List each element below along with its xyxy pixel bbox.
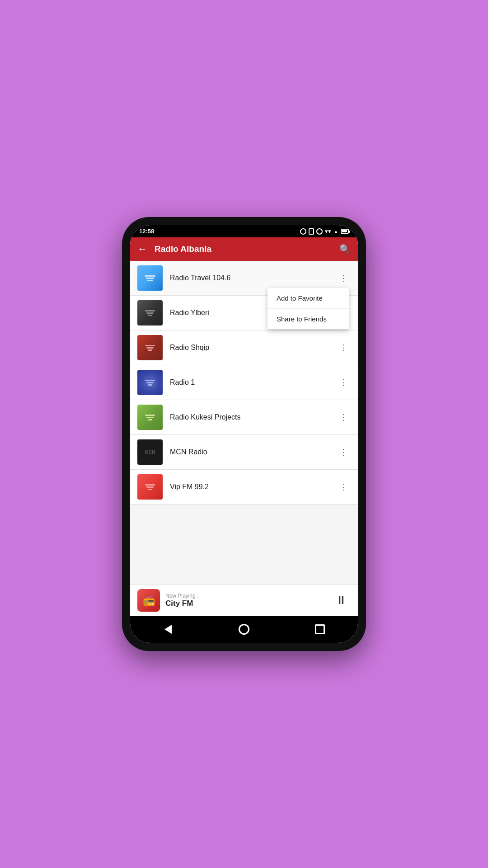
- station-name: MCN Radio: [170, 448, 336, 456]
- notification-icon: [300, 228, 306, 235]
- signal-icon: ▲: [333, 229, 338, 234]
- phone-frame: 12:58 ▾▾ ▲ ← Radio Albania 🔍: [122, 217, 366, 651]
- list-item[interactable]: MCN MCN Radio ⋮: [130, 435, 358, 470]
- station-name: Radio Travel 104.6: [170, 274, 336, 282]
- station-thumb: MCN: [137, 439, 163, 465]
- city-fm-icon: [137, 589, 160, 612]
- status-time: 12:58: [139, 228, 154, 235]
- more-options-button[interactable]: ⋮: [336, 271, 351, 285]
- more-options-button[interactable]: ⋮: [336, 410, 351, 425]
- share-to-friends-button[interactable]: Share to Friends: [267, 309, 349, 329]
- status-icons: ▾▾ ▲: [300, 228, 349, 235]
- now-playing-info: Now Playing : City FM: [165, 593, 332, 608]
- list-item[interactable]: Radio Travel 104.6 ⋮ Add to Favorite Sha…: [130, 261, 358, 296]
- station-name: Radio Kukesi Projects: [170, 413, 336, 421]
- now-playing-bar: Now Playing : City FM ⏸: [130, 584, 358, 616]
- search-button[interactable]: 🔍: [339, 244, 351, 255]
- list-item[interactable]: Radio Kukesi Projects ⋮: [130, 400, 358, 435]
- pause-button[interactable]: ⏸: [332, 591, 351, 609]
- station-thumb: [137, 265, 163, 291]
- station-name: Radio Shqip: [170, 344, 336, 352]
- app-bar: ← Radio Albania 🔍: [130, 237, 358, 261]
- now-playing-label: Now Playing :: [165, 593, 332, 599]
- more-options-button[interactable]: ⋮: [336, 340, 351, 355]
- back-button[interactable]: ←: [137, 243, 147, 255]
- context-menu: Add to Favorite Share to Friends: [267, 288, 349, 329]
- station-thumb: [137, 370, 163, 395]
- station-thumb: [137, 300, 163, 326]
- list-item[interactable]: Vip FM 99.2 ⋮: [130, 470, 358, 505]
- station-thumb: [137, 335, 163, 360]
- radio-list: Radio Travel 104.6 ⋮ Add to Favorite Sha…: [130, 261, 358, 584]
- station-thumb: [137, 405, 163, 430]
- station-name: Radio 1: [170, 378, 336, 387]
- status-bar: 12:58 ▾▾ ▲: [130, 225, 358, 237]
- sd-icon: [309, 228, 314, 235]
- battery-icon: [341, 229, 349, 234]
- now-playing-thumb: [137, 589, 160, 612]
- nav-bar: [130, 616, 358, 643]
- now-playing-station: City FM: [165, 599, 332, 608]
- station-name: Vip FM 99.2: [170, 483, 336, 491]
- nav-back-button[interactable]: [160, 621, 176, 637]
- nav-recent-button[interactable]: [312, 621, 328, 637]
- phone-screen: 12:58 ▾▾ ▲ ← Radio Albania 🔍: [130, 225, 358, 643]
- list-item[interactable]: Radio 1 ⋮: [130, 365, 358, 400]
- wifi-icon: ▾▾: [325, 228, 331, 235]
- nav-home-button[interactable]: [236, 621, 252, 637]
- more-options-button[interactable]: ⋮: [336, 445, 351, 459]
- more-options-button[interactable]: ⋮: [336, 375, 351, 390]
- add-to-favorite-button[interactable]: Add to Favorite: [267, 288, 349, 309]
- station-thumb: [137, 474, 163, 500]
- list-item[interactable]: Radio Shqip ⋮: [130, 330, 358, 365]
- more-options-button[interactable]: ⋮: [336, 480, 351, 494]
- sync-icon: [316, 228, 323, 235]
- app-title: Radio Albania: [155, 244, 339, 254]
